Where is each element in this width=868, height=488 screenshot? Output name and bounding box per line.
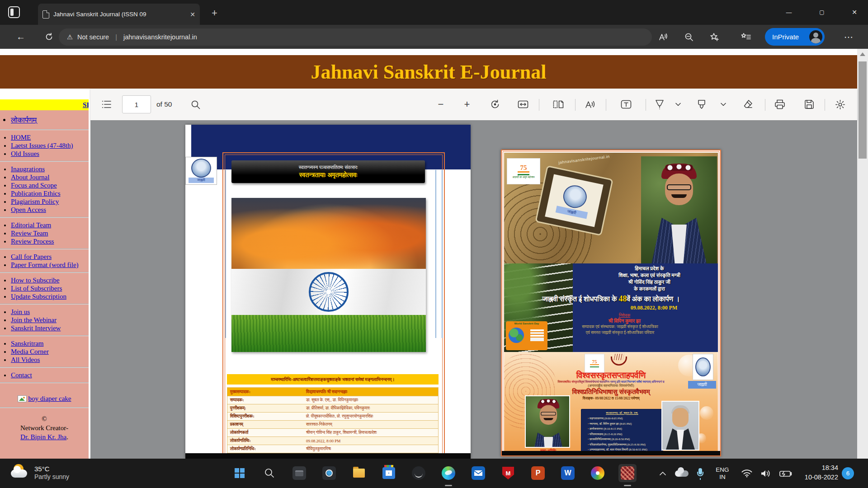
sidebar-link[interactable]: Update Subscription xyxy=(11,293,66,300)
active-red-app-icon[interactable] xyxy=(618,464,637,482)
microphone-icon[interactable] xyxy=(693,459,708,488)
back-button[interactable]: ← xyxy=(12,25,30,49)
sidebar-link[interactable]: Paper Format (word file) xyxy=(11,261,79,268)
inprivate-badge[interactable]: InPrivate xyxy=(765,28,825,46)
window-close-button[interactable]: ✕ xyxy=(844,4,864,21)
pdf-save-icon[interactable] xyxy=(800,89,818,120)
pdf-page-number-input[interactable]: 1 xyxy=(122,95,151,113)
tab-title: Jahnavi Sanskrit Journal (ISSN 09 xyxy=(53,11,146,18)
favorites-add-icon[interactable] xyxy=(705,25,723,49)
sidebar-link[interactable]: Contact xyxy=(11,371,32,379)
wifi-icon[interactable] xyxy=(738,459,756,488)
sidebar-link[interactable]: Media Corner xyxy=(11,348,49,355)
sidebar-link[interactable]: Sanskritram xyxy=(11,340,44,347)
collections-icon[interactable] xyxy=(737,25,755,49)
window-minimize-button[interactable]: — xyxy=(779,4,799,21)
pdf-page-view-icon[interactable] xyxy=(549,89,567,120)
dark-circle-app-icon[interactable] xyxy=(410,464,428,482)
sidebar-link[interactable]: Review Team xyxy=(11,230,48,237)
sidebar-link[interactable]: लोकार्पणम् xyxy=(11,116,37,124)
pdf-rotate-icon[interactable] xyxy=(486,89,504,120)
pdf-zoom-out-icon[interactable]: − xyxy=(432,89,450,120)
sidebar-link[interactable]: Old Issues xyxy=(11,150,39,157)
pdf-highlight-options-chevron-icon[interactable] xyxy=(716,89,731,120)
scrollbar-thumb[interactable] xyxy=(859,61,867,159)
sidebar-link[interactable]: Join us xyxy=(11,308,30,315)
profile-avatar[interactable] xyxy=(809,30,822,43)
taskbar-clock[interactable]: 18:34 10-08-2022 xyxy=(805,463,838,482)
pdf-fit-width-icon[interactable] xyxy=(514,89,532,120)
marquee-link[interactable]: SII xyxy=(83,101,89,109)
powerpoint-icon[interactable]: P xyxy=(529,464,547,482)
settings-menu-icon[interactable]: ⋯ xyxy=(839,25,858,49)
creator-link[interactable]: Dr. Bipin Kr. Jha xyxy=(20,433,66,441)
pdf-highlight-icon[interactable] xyxy=(693,89,711,120)
dark-window-app-icon[interactable] xyxy=(290,464,308,482)
pdf-zoom-in-icon[interactable]: + xyxy=(458,89,476,120)
zoom-out-icon[interactable] xyxy=(680,25,698,49)
pdf-search-icon[interactable] xyxy=(186,89,204,120)
nivedak-heading: निवेदक xyxy=(504,313,718,318)
language-indicator[interactable]: ENG IN xyxy=(711,459,734,488)
broken-image-link[interactable]: boy diaper cake xyxy=(28,395,71,403)
p2-intro-lines: हिमाचल प्रदेश केशिक्षा, भाषा, कला एवं सं… xyxy=(504,265,718,292)
pdf-erase-icon[interactable] xyxy=(739,89,757,120)
tab-close-icon[interactable]: ✕ xyxy=(190,11,195,18)
start-button[interactable] xyxy=(231,464,249,482)
pdf-read-aloud-icon[interactable] xyxy=(581,89,599,120)
sidebar-link[interactable]: All Videos xyxy=(11,356,40,363)
scroll-up-icon[interactable] xyxy=(860,52,865,56)
onedrive-icon[interactable] xyxy=(673,459,691,488)
word-icon[interactable]: W xyxy=(559,464,577,482)
browser-tab[interactable]: Jahnavi Sanskrit Journal (ISSN 09 ✕ xyxy=(38,4,200,25)
battery-charging-icon[interactable] xyxy=(776,459,796,488)
outlook-icon[interactable] xyxy=(469,464,487,482)
sidebar-link[interactable]: How to Subscribe xyxy=(11,277,60,284)
microsoft-store-icon[interactable] xyxy=(380,464,398,482)
pdf-settings-gear-icon[interactable] xyxy=(831,89,849,120)
sidebar-link[interactable]: Focus and Scope xyxy=(11,182,57,189)
guest-photo xyxy=(661,401,699,450)
show-hidden-icons-chevron[interactable] xyxy=(655,459,671,488)
color-wheel-app-icon[interactable] xyxy=(589,464,607,482)
sidebar-link[interactable]: Call for Papers xyxy=(11,253,52,260)
search-button[interactable] xyxy=(260,464,278,482)
window-maximize-button[interactable]: ▢ xyxy=(812,4,832,21)
volume-icon[interactable] xyxy=(757,459,775,488)
pdf-draw-icon[interactable] xyxy=(651,89,669,120)
sidebar-link[interactable]: About Journal xyxy=(11,174,49,181)
glasses xyxy=(667,184,691,190)
sidebar-link[interactable]: Laetst Issues (47-48th) xyxy=(11,142,73,149)
sidebar-link[interactable]: Sanskrit Interview xyxy=(11,324,61,332)
sidebar-link[interactable]: Plagiarism Policy xyxy=(11,198,59,205)
page-scrollbar[interactable] xyxy=(857,49,868,459)
pdf-toolbar: 1 of 50 − + xyxy=(90,89,857,120)
pdf-print-icon[interactable] xyxy=(771,89,789,120)
edge-icon[interactable] xyxy=(439,464,458,482)
notification-badge[interactable]: 6 xyxy=(842,467,854,479)
sidebar-link[interactable]: Inaugrations xyxy=(11,165,45,173)
creator-label: Network Creator- xyxy=(0,423,89,432)
mcafee-icon[interactable]: M xyxy=(499,464,517,482)
sidebar-link[interactable]: HOME xyxy=(11,134,31,141)
jahnavi-logo-label: जाह्नवी xyxy=(189,178,214,183)
camera-app-icon[interactable] xyxy=(320,464,338,482)
read-aloud-icon[interactable] xyxy=(654,25,672,49)
sidebar-link[interactable]: Join the Webinar xyxy=(11,316,57,324)
sidebar-link[interactable]: List of Subscribers xyxy=(11,285,62,292)
url-text[interactable]: jahnavisanskritejournal.in xyxy=(123,33,197,41)
security-label[interactable]: Not secure xyxy=(77,33,109,41)
new-tab-button[interactable]: + xyxy=(212,7,217,19)
tab-actions-icon[interactable] xyxy=(8,6,20,18)
sidebar-link[interactable]: Review Process xyxy=(11,238,54,245)
pdf-draw-options-chevron-icon[interactable] xyxy=(671,89,685,120)
file-explorer-icon[interactable] xyxy=(350,464,368,482)
sidebar-link[interactable]: Open Access xyxy=(11,206,46,213)
pdf-contents-icon[interactable] xyxy=(98,89,116,120)
address-bar[interactable]: ⚠ Not secure | jahnavisanskritejournal.i… xyxy=(59,28,652,46)
sidebar-link[interactable]: Publication Ethics xyxy=(11,190,61,197)
refresh-button[interactable] xyxy=(40,25,58,49)
weather-widget[interactable]: 35°C Partly sunny xyxy=(10,463,69,482)
sidebar-link[interactable]: Editorial Team xyxy=(11,221,51,229)
pdf-add-text-icon[interactable] xyxy=(617,89,635,120)
